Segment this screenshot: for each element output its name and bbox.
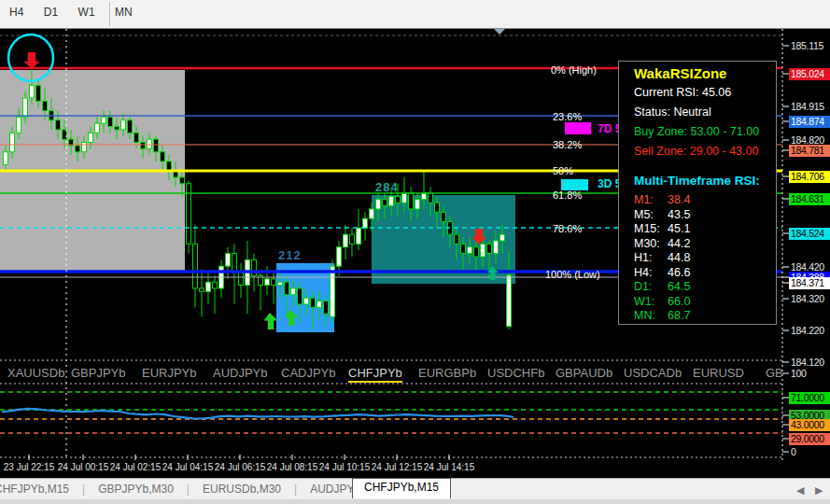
tab-chfjpyb-m15-active[interactable]: CHFJPYb,M15 (352, 478, 451, 498)
candle-body (376, 200, 381, 209)
candle-body (337, 247, 342, 266)
candle-body (324, 301, 329, 315)
candle-body (415, 200, 420, 209)
candle-body (422, 193, 427, 200)
mtf-title: Multi-Timeframe RSI: (634, 174, 760, 188)
candle-body (278, 282, 283, 285)
candle-body (389, 196, 394, 205)
mtf-row-label: H1: (634, 251, 668, 264)
candle-body (43, 101, 48, 110)
candle-body (474, 247, 479, 257)
mtf-row-label: M30: (634, 237, 668, 250)
candle-body (435, 203, 440, 212)
candle-body (95, 123, 100, 133)
candle-body (357, 228, 361, 244)
candle-body (108, 117, 113, 126)
mtf-row-mn: MN:68.7 (634, 309, 690, 322)
candle-body (409, 193, 414, 209)
mtf-row-m30: M30:44.2 (634, 237, 690, 250)
mtf-row-value: 64.5 (668, 280, 690, 293)
candle-body (10, 133, 15, 151)
panel-title: WakaRSIZone (634, 65, 726, 81)
candle-body (272, 279, 276, 286)
candle-body (121, 120, 126, 130)
candle-body (193, 244, 198, 288)
mtf-row-label: M5: (634, 208, 668, 221)
candle-body (383, 200, 387, 206)
tab-scroll-right-icon[interactable]: ▶ (815, 484, 823, 496)
tab-gbpjpyb-m30[interactable]: GBPJPYb,M30 (98, 479, 174, 499)
candle-body (487, 244, 492, 253)
tf-button-h4[interactable]: H4 (9, 6, 23, 19)
tab-separator: | (82, 479, 85, 499)
candle-body (154, 139, 159, 152)
candle-body (17, 117, 21, 133)
candle-body (317, 301, 322, 308)
candle-body (161, 152, 165, 161)
candle-body (507, 275, 512, 327)
status-text: Status: Neutral (634, 105, 711, 119)
candle-body (291, 288, 296, 295)
mtf-row-label: H4: (634, 266, 668, 279)
tab-eurusdb-m30[interactable]: EURUSDb,M30 (203, 479, 281, 499)
mtf-row-w1: W1:66.0 (634, 295, 690, 308)
mtf-row-value: 46.6 (668, 266, 690, 279)
candle-body (36, 85, 41, 101)
mtf-row-value: 68.7 (668, 309, 690, 322)
mtf-row-m15: M15:45.1 (634, 222, 690, 235)
candle-body (141, 143, 146, 149)
candle-body (102, 117, 106, 123)
mtf-row-value: 45.1 (668, 222, 690, 235)
window-bottom-strip (0, 499, 830, 504)
candle-body (200, 288, 204, 291)
candle-body (226, 254, 231, 267)
current-rsi-text: Current RSI: 45.06 (634, 86, 731, 99)
candle-body (455, 234, 459, 244)
mtf-row-label: W1: (634, 295, 668, 308)
tf-button-w1[interactable]: W1 (78, 6, 95, 19)
candle-body (4, 152, 8, 165)
candle-body (429, 193, 433, 203)
buy-zone-text: Buy Zone: 53.00 - 71.00 (634, 125, 759, 138)
candle-body (134, 133, 139, 142)
mtf-row-label: D1: (634, 280, 668, 293)
mtf-row-label: M1: (634, 193, 668, 206)
candle-body (442, 212, 446, 221)
timeframe-toolbar: H4 D1 W1 MN (0, 0, 830, 29)
candle-body (396, 196, 401, 203)
mtf-row-h1: H1:44.8 (634, 251, 690, 264)
candle-body (148, 139, 152, 148)
chart-tabs: CHFJPYb,M15|GBPJPYb,M30|EURUSDb,M30|AUDJ… (0, 478, 401, 499)
candle-body (89, 133, 93, 142)
up-arrow-icon (264, 313, 278, 329)
candle-body (468, 247, 472, 254)
candle-body (206, 282, 211, 291)
candle-body (350, 234, 355, 244)
mtf-row-m5: M5:43.5 (634, 208, 690, 221)
candle-body (239, 273, 244, 286)
candle-body (232, 254, 237, 273)
tab-chfjpyb-m15[interactable]: CHFJPYb,M15 (0, 479, 69, 499)
candle-body (82, 143, 87, 152)
candle-body (56, 120, 61, 130)
mtf-row-label: M15: (634, 222, 668, 235)
mtf-row-m1: M1:38.4 (634, 193, 690, 206)
candle-body (344, 234, 348, 247)
wakarsizone-panel: WakaRSIZone Current RSI: 45.06 Status: N… (618, 61, 777, 325)
mt4-window: 0% (High)23.6%38.2%50%61.8%78.6%100% (Lo… (0, 0, 830, 504)
tf-button-mn[interactable]: MN (115, 6, 133, 19)
tf-button-d1[interactable]: D1 (44, 6, 58, 19)
candle-body (213, 282, 218, 288)
mtf-row-value: 44.8 (668, 251, 690, 264)
candle-body (285, 282, 289, 295)
candle-body (363, 218, 368, 228)
toolbar-separator (109, 2, 110, 26)
candle-body (265, 279, 270, 286)
mtf-row-label: MN: (634, 309, 668, 322)
candle-body (298, 288, 302, 304)
candle-body (30, 85, 35, 98)
tab-scroll-left-icon[interactable]: ◀ (796, 484, 804, 496)
candle-body (311, 298, 316, 307)
mtf-row-value: 38.4 (668, 193, 690, 206)
candle-body (331, 266, 335, 316)
